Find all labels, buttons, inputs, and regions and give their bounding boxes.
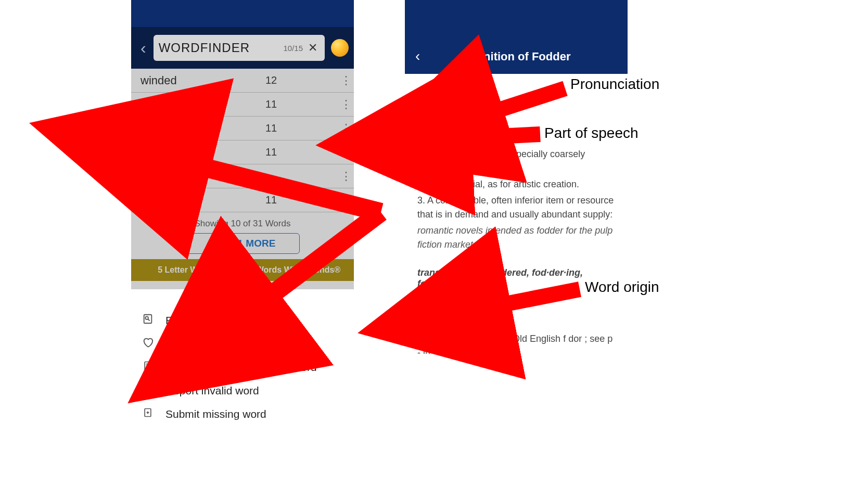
word-row[interactable]: finder 11 ⋮	[131, 117, 354, 140]
tab-wwf[interactable]: Words With Friends®	[242, 265, 354, 275]
clear-icon[interactable]: ✕	[306, 41, 320, 55]
bottom-tabs: 5 Letter Words Words With Friends®	[131, 259, 354, 281]
search-count: 10/15	[280, 44, 306, 53]
heart-icon	[142, 337, 154, 351]
word-text: foined	[141, 170, 265, 183]
sense-2: 2. Raw material, as for artistic creatio…	[417, 177, 615, 191]
origin-heading: Origin of fodder	[417, 319, 615, 330]
wordfinder-screen: ‹ WORDFINDER 10/15 ✕ winded 12 ⋮ downer …	[131, 0, 354, 289]
word-row[interactable]: downer 11 ⋮	[131, 93, 354, 117]
definition-header: ‹ Definition of Fodder	[405, 0, 628, 74]
word-row[interactable]: foined ⋮	[131, 164, 354, 188]
annotation-label-pos: Part of speech	[544, 125, 639, 142]
back-button[interactable]: ‹	[136, 39, 150, 58]
document-icon	[142, 360, 154, 374]
menu-read-definition[interactable]: Read definition	[131, 309, 354, 332]
word-score: 12	[265, 74, 338, 86]
word-row[interactable]: fonder 11 ⋮	[131, 188, 354, 212]
word-text: downer	[141, 98, 265, 111]
speaker-icon[interactable]	[417, 112, 429, 125]
search-input[interactable]: WORDFINDER 10/15 ✕	[154, 35, 325, 61]
word-score: 11	[265, 98, 338, 110]
definition-icon	[142, 313, 154, 327]
menu-save-word[interactable]: Save this word	[131, 332, 354, 355]
menu-label: Submit missing word	[165, 408, 266, 420]
word-row[interactable]: fodder 11 ⋮	[131, 140, 354, 164]
svg-line-2	[148, 319, 150, 321]
see-more-button[interactable]: SEE 21 MORE	[185, 233, 300, 254]
word-text: fodder	[141, 146, 265, 159]
menu-label: Save this word	[165, 338, 237, 350]
annotation-label-pronunciation: Pronunciation	[570, 76, 659, 93]
page-title: Definition of Fodder	[405, 50, 628, 63]
word-text: fonder	[141, 194, 265, 207]
menu-label: Read definition	[165, 314, 238, 327]
more-icon[interactable]: ⋮	[338, 122, 354, 135]
menu-submit-missing[interactable]: Submit missing word	[131, 402, 354, 426]
word-context-menu: Read definition Save this word See words…	[131, 297, 354, 426]
drag-handle[interactable]	[227, 300, 258, 302]
pronunciation-text: (fod·der)	[434, 113, 467, 124]
status-bar	[131, 0, 354, 27]
definition-body: fodder (fod·der) noun 1. Feed for livest…	[405, 74, 628, 354]
edit-icon	[142, 383, 154, 398]
more-icon[interactable]: ⋮	[338, 98, 354, 111]
search-query: WORDFINDER	[159, 41, 280, 55]
word-score: 11	[265, 146, 338, 158]
word-text: finder	[141, 122, 265, 135]
word-text: winded	[141, 74, 265, 87]
pronunciation-row: (fod·der)	[417, 112, 615, 125]
word-list: winded 12 ⋮ downer 11 ⋮ finder 11 ⋮ fodd…	[131, 69, 354, 254]
example-text: romantic novels intended as fodder for t…	[417, 224, 615, 252]
more-icon[interactable]: ⋮	[338, 146, 354, 159]
word-score: 11	[265, 194, 338, 206]
coin-icon[interactable]	[331, 39, 349, 57]
more-icon[interactable]: ⋮	[338, 170, 354, 183]
menu-see-containing[interactable]: See words containing this word	[131, 355, 354, 379]
add-document-icon	[142, 407, 154, 421]
showing-count: Showing 10 of 31 Words	[131, 212, 354, 233]
origin-text: 1. Middle English from Old English f dor…	[417, 332, 615, 354]
annotation-label-origin: Word origin	[585, 279, 659, 296]
tab-five-letter[interactable]: 5 Letter Words	[131, 265, 242, 275]
menu-label: See words containing this word	[165, 361, 317, 374]
sense-3: 3. A consumable, often inferior item or …	[417, 194, 615, 222]
word-row[interactable]: winded 12 ⋮	[131, 69, 354, 93]
menu-report-invalid[interactable]: Report invalid word	[131, 379, 354, 402]
word-score: 11	[265, 122, 338, 134]
definition-screen: ‹ Definition of Fodder fodder (fod·der) …	[405, 0, 628, 354]
more-icon[interactable]: ⋮	[338, 194, 354, 207]
menu-label: Report invalid word	[165, 385, 259, 397]
more-icon[interactable]: ⋮	[338, 74, 354, 87]
sense-1: 1. Feed for livestock, especially coarse…	[417, 147, 615, 175]
search-header: ‹ WORDFINDER 10/15 ✕	[131, 27, 354, 69]
